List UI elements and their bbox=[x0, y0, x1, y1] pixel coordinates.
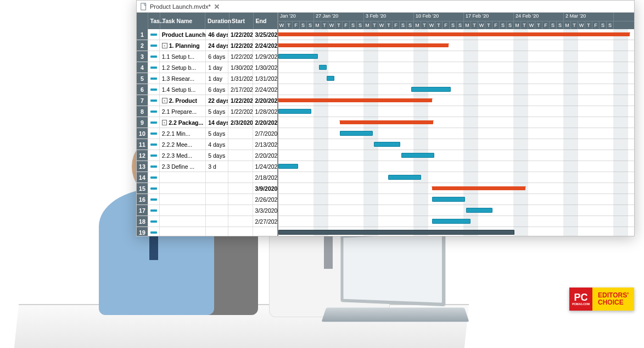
row-start[interactable]: 1/22/2020 bbox=[228, 29, 253, 40]
row-name[interactable]: -1. Planning bbox=[160, 40, 206, 51]
row-name[interactable]: 2.2.3 Med... bbox=[160, 150, 206, 161]
row-name[interactable] bbox=[160, 227, 206, 236]
row-name[interactable]: -2.2 Packag... bbox=[160, 117, 206, 128]
col-end[interactable]: End bbox=[254, 13, 277, 29]
table-row[interactable]: 102.2.1 Min...5 days2/7/2020 bbox=[137, 128, 277, 139]
row-end[interactable]: 2/26/2020 bbox=[253, 194, 277, 205]
row-duration[interactable] bbox=[206, 205, 228, 216]
summary-bar[interactable] bbox=[432, 186, 525, 190]
task-bar[interactable] bbox=[388, 175, 421, 180]
task-bar[interactable] bbox=[466, 208, 492, 213]
task-bar[interactable] bbox=[340, 131, 373, 136]
table-row[interactable]: 142/18/2020 bbox=[137, 172, 277, 183]
row-end[interactable]: 3/9/2020 bbox=[253, 183, 277, 194]
row-duration[interactable]: 6 days bbox=[206, 51, 228, 62]
task-bar[interactable] bbox=[374, 142, 400, 147]
row-end[interactable]: 2/20/2020 bbox=[253, 117, 277, 128]
table-row[interactable]: 2-1. Planning24 days1/22/20202/24/2020 bbox=[137, 40, 277, 51]
row-start[interactable] bbox=[228, 150, 253, 161]
row-end[interactable]: 3/25/2020 bbox=[253, 29, 277, 40]
row-end[interactable]: 2/24/2020 bbox=[253, 84, 277, 95]
task-bar[interactable] bbox=[432, 197, 465, 202]
row-end[interactable]: 1/24/2020 bbox=[253, 161, 277, 172]
row-start[interactable]: 1/31/2020 bbox=[228, 73, 253, 84]
row-duration[interactable] bbox=[206, 216, 228, 227]
row-start[interactable]: 1/22/2020 bbox=[228, 40, 253, 51]
row-start[interactable] bbox=[228, 194, 253, 205]
row-start[interactable]: 1/22/2020 bbox=[228, 95, 253, 106]
row-start[interactable]: 2/3/2020 bbox=[228, 117, 253, 128]
row-name[interactable] bbox=[160, 216, 206, 227]
row-start[interactable] bbox=[228, 205, 253, 216]
row-end[interactable]: 2/24/2020 bbox=[253, 40, 277, 51]
row-duration[interactable]: 5 days bbox=[206, 150, 228, 161]
row-duration[interactable]: 14 days bbox=[206, 117, 228, 128]
expand-icon[interactable]: - bbox=[162, 98, 167, 103]
table-row[interactable]: 41.2 Setup b...1 day1/30/20201/30/2020 bbox=[137, 62, 277, 73]
row-duration[interactable]: 1 day bbox=[206, 62, 228, 73]
table-row[interactable]: 61.4 Setup ti...6 days2/17/20202/24/2020 bbox=[137, 84, 277, 95]
row-name[interactable] bbox=[160, 172, 206, 183]
row-name[interactable]: 2.3 Define ... bbox=[160, 161, 206, 172]
col-duration[interactable]: Duration bbox=[205, 13, 229, 29]
table-row[interactable]: 122.2.3 Med...5 days2/20/2020 bbox=[137, 150, 277, 161]
gantt-body[interactable] bbox=[278, 29, 634, 236]
row-end[interactable]: 1/30/2020 bbox=[253, 62, 277, 73]
task-bar[interactable] bbox=[327, 76, 334, 81]
row-duration[interactable]: 22 days bbox=[206, 95, 228, 106]
table-row[interactable]: 173/3/2020 bbox=[137, 205, 277, 216]
task-bar[interactable] bbox=[278, 54, 318, 59]
row-name[interactable]: -2. Product bbox=[160, 95, 206, 106]
row-start[interactable]: 1/22/2020 bbox=[228, 106, 253, 117]
row-end[interactable]: 1/29/2020 bbox=[253, 51, 277, 62]
task-bar[interactable] bbox=[278, 230, 514, 235]
table-row[interactable]: 51.3 Resear...1 day1/31/20201/31/2020 bbox=[137, 73, 277, 84]
row-end[interactable]: 2/13/2020 bbox=[253, 139, 277, 150]
row-name[interactable]: 2.1 Prepare... bbox=[160, 106, 206, 117]
row-start[interactable] bbox=[228, 227, 253, 236]
table-row[interactable]: 7-2. Product22 days1/22/20202/20/2020 bbox=[137, 95, 277, 106]
col-taskname[interactable]: Task Name bbox=[160, 13, 206, 29]
table-row[interactable]: 162/26/2020 bbox=[137, 194, 277, 205]
table-row[interactable]: 19 bbox=[137, 227, 277, 236]
row-name[interactable]: 1.1 Setup t... bbox=[160, 51, 206, 62]
row-duration[interactable]: 5 days bbox=[206, 106, 228, 117]
summary-bar[interactable] bbox=[340, 120, 433, 124]
row-end[interactable]: 2/27/2020 bbox=[253, 216, 277, 227]
col-start[interactable]: Start bbox=[229, 13, 254, 29]
row-end[interactable]: 2/20/2020 bbox=[253, 95, 277, 106]
row-end[interactable]: 1/28/2020 bbox=[253, 106, 277, 117]
row-name[interactable]: 1.4 Setup ti... bbox=[160, 84, 206, 95]
row-end[interactable] bbox=[253, 227, 277, 236]
row-duration[interactable]: 6 days bbox=[206, 84, 228, 95]
task-bar[interactable] bbox=[432, 219, 471, 224]
col-marker[interactable]: Tas... bbox=[148, 13, 160, 29]
row-start[interactable] bbox=[228, 172, 253, 183]
row-end[interactable]: 2/7/2020 bbox=[253, 128, 277, 139]
row-start[interactable]: 1/22/2020 bbox=[228, 51, 253, 62]
summary-bar[interactable] bbox=[278, 32, 630, 36]
row-name[interactable] bbox=[160, 183, 206, 194]
row-duration[interactable]: 1 day bbox=[206, 73, 228, 84]
row-name[interactable]: 2.2.2 Mee... bbox=[160, 139, 206, 150]
row-duration[interactable] bbox=[206, 194, 228, 205]
row-start[interactable] bbox=[228, 128, 253, 139]
row-duration[interactable]: 24 days bbox=[206, 40, 228, 51]
row-start[interactable] bbox=[228, 216, 253, 227]
row-duration[interactable] bbox=[206, 172, 228, 183]
close-icon[interactable] bbox=[214, 4, 220, 9]
row-start[interactable]: 1/30/2020 bbox=[228, 62, 253, 73]
summary-bar[interactable] bbox=[278, 98, 432, 102]
row-end[interactable]: 2/18/2020 bbox=[253, 172, 277, 183]
table-row[interactable]: 153/9/2020 bbox=[137, 183, 277, 194]
summary-bar[interactable] bbox=[278, 43, 449, 47]
table-row[interactable]: 82.1 Prepare...5 days1/22/20201/28/2020 bbox=[137, 106, 277, 117]
task-bar[interactable] bbox=[319, 65, 327, 70]
row-end[interactable]: 1/31/2020 bbox=[253, 73, 277, 84]
task-bar[interactable] bbox=[401, 153, 434, 158]
row-start[interactable] bbox=[228, 183, 253, 194]
row-name[interactable] bbox=[160, 205, 206, 216]
row-name[interactable] bbox=[160, 194, 206, 205]
row-start[interactable] bbox=[228, 161, 253, 172]
row-name[interactable]: 2.2.1 Min... bbox=[160, 128, 206, 139]
